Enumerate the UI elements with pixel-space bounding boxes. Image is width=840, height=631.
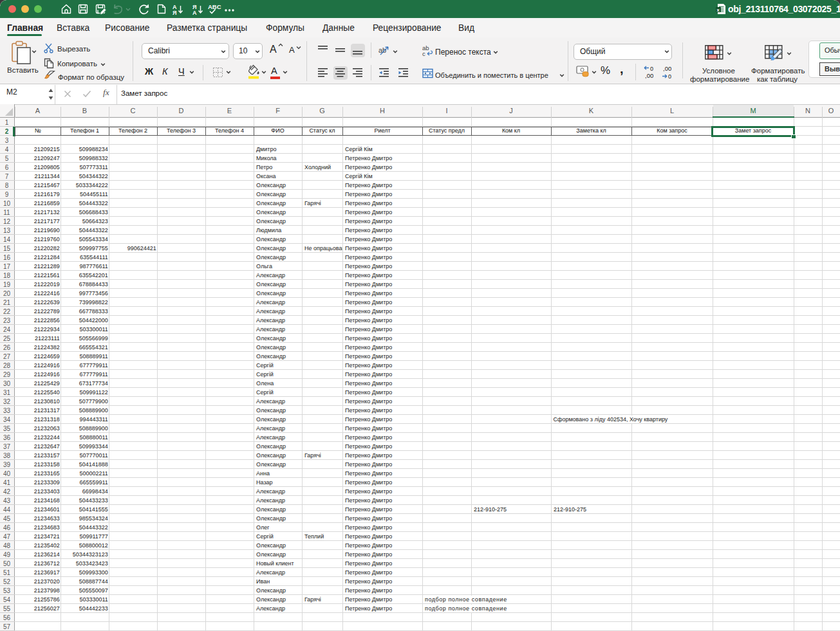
svg-text:c: c xyxy=(422,50,425,57)
svg-text:0: 0 xyxy=(668,73,671,80)
svg-text:,00: ,00 xyxy=(645,72,653,79)
svg-text:0: 0 xyxy=(650,66,653,72)
svg-text:А: А xyxy=(192,10,197,16)
svg-text:Я: Я xyxy=(173,10,176,16)
svg-text:,00: ,00 xyxy=(663,65,671,72)
svg-text:ABC: ABC xyxy=(208,3,221,10)
